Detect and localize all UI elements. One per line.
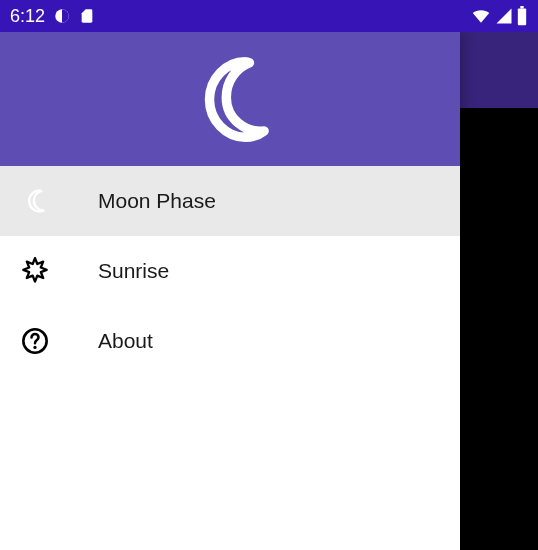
moon-phase-icon [20,187,50,215]
nav-item-label: Sunrise [98,259,169,283]
help-icon [20,327,50,355]
nav-item-label: Moon Phase [98,189,216,213]
sun-icon [20,257,50,285]
status-bar-left: 6:12 [10,6,95,27]
drawer-header [0,32,460,166]
statusbar-clock: 6:12 [10,6,45,27]
svg-rect-1 [518,9,526,26]
pie-indicator-icon [53,7,71,25]
sd-card-icon [79,7,95,25]
svg-marker-3 [23,258,46,281]
svg-rect-2 [520,6,523,9]
nav-item-about[interactable]: About [0,306,460,376]
moon-icon [178,47,283,152]
battery-icon [516,6,528,26]
status-bar: 6:12 [0,0,538,32]
navigation-drawer[interactable]: Moon Phase Sunrise About [0,32,460,550]
wifi-icon [470,7,492,25]
svg-point-5 [33,346,36,349]
cell-signal-icon [494,7,514,25]
status-bar-right [470,6,528,26]
nav-item-moon-phase[interactable]: Moon Phase [0,166,460,236]
nav-item-sunrise[interactable]: Sunrise [0,236,460,306]
nav-item-label: About [98,329,153,353]
